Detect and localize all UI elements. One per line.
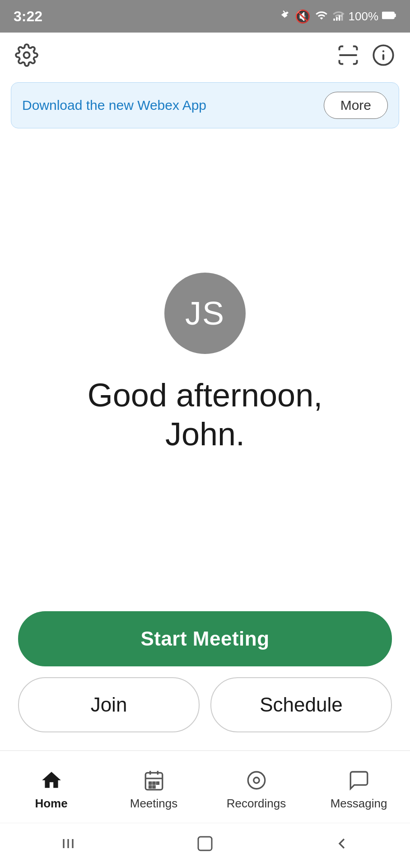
svg-rect-2 <box>339 15 340 21</box>
svg-rect-4 <box>382 12 394 19</box>
join-button[interactable]: Join <box>18 677 200 732</box>
svg-rect-25 <box>198 837 212 850</box>
action-buttons: Start Meeting Join Schedule <box>0 611 410 750</box>
svg-rect-17 <box>157 782 158 784</box>
nav-messaging-label: Messaging <box>331 797 387 811</box>
svg-point-20 <box>248 772 265 789</box>
svg-rect-5 <box>395 14 396 17</box>
home-button-icon[interactable] <box>191 830 219 857</box>
recent-apps-icon[interactable] <box>55 830 82 857</box>
svg-rect-1 <box>336 17 338 21</box>
svg-point-21 <box>253 778 259 783</box>
svg-rect-3 <box>341 14 343 21</box>
avatar-initials: JS <box>185 295 225 332</box>
nav-messaging[interactable]: Messaging <box>327 768 391 811</box>
status-time: 3:22 <box>14 8 42 25</box>
recordings-icon <box>244 768 269 793</box>
bluetooth-icon <box>279 9 291 24</box>
nav-meetings[interactable]: Meetings <box>122 768 186 811</box>
schedule-button[interactable]: Schedule <box>210 677 392 732</box>
start-meeting-button[interactable]: Start Meeting <box>18 611 392 666</box>
settings-icon[interactable] <box>14 42 40 68</box>
banner-text: Download the new Webex App <box>22 98 206 113</box>
signal-icon <box>332 9 345 24</box>
main-content: JS Good afternoon, John. <box>0 133 410 611</box>
bottom-nav: Home Meetings Recordings <box>0 750 410 823</box>
svg-rect-19 <box>153 786 154 788</box>
scan-icon[interactable] <box>335 42 361 68</box>
greeting-line1: Good afternoon, <box>88 377 322 413</box>
status-bar: 3:22 🔇 100% <box>0 0 410 33</box>
battery-icon <box>382 11 396 22</box>
mute-icon: 🔇 <box>295 9 311 24</box>
status-icons: 🔇 100% <box>279 9 397 24</box>
top-bar-right <box>335 42 396 68</box>
svg-rect-16 <box>153 782 154 784</box>
top-bar <box>0 33 410 78</box>
svg-point-6 <box>24 52 30 58</box>
nav-recordings[interactable]: Recordings <box>225 768 288 811</box>
svg-rect-0 <box>333 19 335 21</box>
secondary-buttons: Join Schedule <box>18 677 392 732</box>
nav-meetings-label: Meetings <box>130 797 178 811</box>
meetings-icon <box>141 768 167 793</box>
svg-rect-15 <box>149 782 151 784</box>
greeting-text: Good afternoon, John. <box>88 376 322 454</box>
avatar: JS <box>164 273 246 354</box>
home-icon <box>39 768 64 793</box>
wifi-icon <box>314 9 329 24</box>
svg-rect-18 <box>149 786 151 788</box>
nav-home-label: Home <box>35 797 67 811</box>
back-button-icon[interactable] <box>328 830 355 857</box>
more-button[interactable]: More <box>324 92 388 119</box>
system-nav-bar <box>0 823 410 868</box>
nav-home[interactable]: Home <box>20 768 83 811</box>
nav-recordings-label: Recordings <box>227 797 286 811</box>
info-icon[interactable] <box>370 42 396 68</box>
messaging-icon <box>346 768 372 793</box>
battery-level: 100% <box>349 9 379 24</box>
download-banner: Download the new Webex App More <box>11 82 399 128</box>
greeting-name: John. <box>165 416 245 452</box>
